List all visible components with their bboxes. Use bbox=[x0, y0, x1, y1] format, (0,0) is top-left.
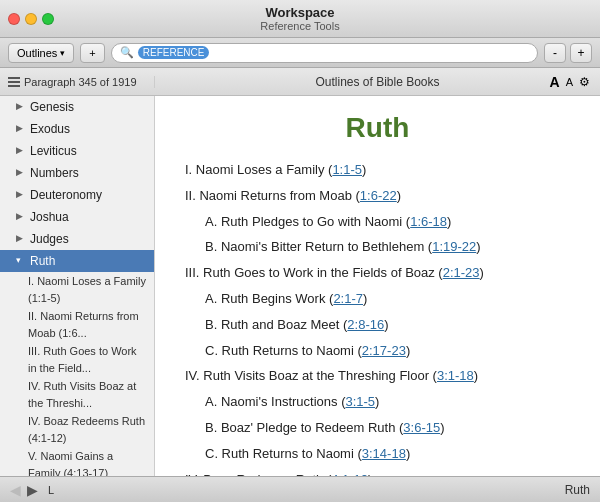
scripture-reference-link[interactable]: 2:1-7 bbox=[333, 291, 363, 306]
outline-item: C. Ruth Returns to Naomi (3:14-18) bbox=[205, 444, 570, 465]
sidebar: ▶Genesis▶Exodus▶Leviticus▶Numbers▶Deuter… bbox=[0, 96, 155, 476]
sidebar-subitem[interactable]: V. Naomi Gains a Family (4:13-17) bbox=[0, 447, 154, 476]
sidebar-item-judges[interactable]: ▶Judges bbox=[0, 228, 154, 250]
nav-label: L bbox=[48, 484, 54, 496]
titlebar: Workspace Reference Tools bbox=[0, 0, 600, 38]
outline-item: A. Ruth Pledges to Go with Naomi (1:6-18… bbox=[205, 212, 570, 233]
nav-back-button[interactable]: ◀ bbox=[10, 482, 21, 498]
traffic-lights bbox=[8, 13, 54, 25]
expand-arrow-icon: ▶ bbox=[16, 166, 26, 180]
outline-item: III. Ruth Goes to Work in the Fields of … bbox=[185, 263, 570, 284]
sidebar-item-label: Joshua bbox=[30, 208, 69, 226]
outline-item: B. Boaz' Pledge to Redeem Ruth (3:6-15) bbox=[205, 418, 570, 439]
sidebar-item-label: Judges bbox=[30, 230, 69, 248]
expand-arrow-icon: ▶ bbox=[16, 232, 26, 246]
section-header: Paragraph 345 of 1919 Outlines of Bible … bbox=[0, 68, 600, 96]
expand-arrow-icon: ▶ bbox=[16, 100, 26, 114]
outline-item: C. Ruth Returns to Naomi (2:17-23) bbox=[205, 341, 570, 362]
expand-arrow-icon: ▶ bbox=[16, 122, 26, 136]
minimize-button[interactable] bbox=[25, 13, 37, 25]
scripture-reference-link[interactable]: 2:8-16 bbox=[347, 317, 384, 332]
scripture-reference-link[interactable]: 1:6-18 bbox=[410, 214, 447, 229]
outline-item: A. Ruth Begins Work (2:1-7) bbox=[205, 289, 570, 310]
outline-item: IV. Boaz Redeems Ruth (4:1-12) bbox=[185, 470, 570, 476]
sidebar-subitem[interactable]: II. Naomi Returns from Moab (1:6... bbox=[0, 307, 154, 342]
outline-item: B. Ruth and Boaz Meet (2:8-16) bbox=[205, 315, 570, 336]
close-button[interactable] bbox=[8, 13, 20, 25]
hamburger-icon bbox=[8, 77, 20, 87]
book-title: Ruth bbox=[185, 112, 570, 144]
outline-item: II. Naomi Returns from Moab (1:6-22) bbox=[185, 186, 570, 207]
scripture-reference-link[interactable]: 2:1-23 bbox=[443, 265, 480, 280]
scripture-reference-link[interactable]: 3:14-18 bbox=[362, 446, 406, 461]
expand-arrow-icon: ▶ bbox=[16, 210, 26, 224]
bottom-left: ◀ ▶ L bbox=[10, 482, 54, 498]
expand-arrow-icon: ▾ bbox=[16, 254, 26, 268]
sidebar-item-numbers[interactable]: ▶Numbers bbox=[0, 162, 154, 184]
outline-item: I. Naomi Loses a Family (1:1-5) bbox=[185, 160, 570, 181]
sidebar-item-label: Genesis bbox=[30, 98, 74, 116]
scripture-reference-link[interactable]: 1:19-22 bbox=[432, 239, 476, 254]
sidebar-item-joshua[interactable]: ▶Joshua bbox=[0, 206, 154, 228]
sidebar-item-deuteronomy[interactable]: ▶Deuteronomy bbox=[0, 184, 154, 206]
sidebar-item-label: Numbers bbox=[30, 164, 79, 182]
scripture-reference-link[interactable]: 2:17-23 bbox=[362, 343, 406, 358]
font-small-button[interactable]: A bbox=[566, 76, 573, 88]
scripture-reference-link[interactable]: 1:6-22 bbox=[360, 188, 397, 203]
sidebar-item-label: Ruth bbox=[30, 252, 55, 270]
paragraph-count: Paragraph 345 of 1919 bbox=[24, 76, 137, 88]
sidebar-item-genesis[interactable]: ▶Genesis bbox=[0, 96, 154, 118]
window-title: Workspace bbox=[265, 5, 334, 20]
scripture-reference-link[interactable]: 4:1-12 bbox=[331, 472, 368, 476]
nav-forward-button[interactable]: ▶ bbox=[27, 482, 38, 498]
expand-arrow-icon: ▶ bbox=[16, 144, 26, 158]
font-large-button[interactable]: A bbox=[550, 74, 560, 90]
expand-arrow-icon: ▶ bbox=[16, 188, 26, 202]
content-area: Ruth I. Naomi Loses a Family (1:1-5)II. … bbox=[155, 96, 600, 476]
bottom-bar: ◀ ▶ L Ruth bbox=[0, 476, 600, 502]
outline-item: A. Naomi's Instructions (3:1-5) bbox=[205, 392, 570, 413]
section-header-left: Paragraph 345 of 1919 bbox=[0, 76, 155, 88]
sidebar-item-ruth[interactable]: ▾Ruth bbox=[0, 250, 154, 272]
section-header-center: Outlines of Bible Books A A ⚙ bbox=[155, 75, 600, 89]
settings-icon[interactable]: ⚙ bbox=[579, 75, 590, 89]
outlines-arrow-icon: ▾ bbox=[60, 48, 65, 58]
add-label: + bbox=[89, 47, 95, 59]
add-button[interactable]: + bbox=[80, 43, 104, 63]
outline-item: B. Naomi's Bitter Return to Bethlehem (1… bbox=[205, 237, 570, 258]
zoom-out-button[interactable]: - bbox=[544, 43, 566, 63]
outlines-button[interactable]: Outlines ▾ bbox=[8, 43, 74, 63]
main-area: ▶Genesis▶Exodus▶Leviticus▶Numbers▶Deuter… bbox=[0, 96, 600, 476]
sidebar-item-exodus[interactable]: ▶Exodus bbox=[0, 118, 154, 140]
outline-item: IV. Ruth Visits Boaz at the Threshing Fl… bbox=[185, 366, 570, 387]
window-subtitle: Reference Tools bbox=[260, 20, 339, 32]
toolbar-right: - + bbox=[544, 43, 592, 63]
search-input[interactable] bbox=[213, 47, 529, 59]
sidebar-item-leviticus[interactable]: ▶Leviticus bbox=[0, 140, 154, 162]
zoom-in-button[interactable]: + bbox=[570, 43, 592, 63]
scripture-reference-link[interactable]: 3:1-5 bbox=[345, 394, 375, 409]
sidebar-subitem[interactable]: III. Ruth Goes to Work in the Field... bbox=[0, 342, 154, 377]
sidebar-subitem[interactable]: I. Naomi Loses a Family (1:1-5) bbox=[0, 272, 154, 307]
search-tag: REFERENCE bbox=[138, 46, 210, 59]
search-icon: 🔍 bbox=[120, 46, 134, 59]
sidebar-item-label: Deuteronomy bbox=[30, 186, 102, 204]
bottom-right: Ruth bbox=[565, 483, 590, 497]
search-bar[interactable]: 🔍 REFERENCE bbox=[111, 43, 538, 63]
outlines-label: Outlines bbox=[17, 47, 57, 59]
toolbar: Outlines ▾ + 🔍 REFERENCE - + bbox=[0, 38, 600, 68]
sidebar-subitem[interactable]: IV. Boaz Redeems Ruth (4:1-12) bbox=[0, 412, 154, 447]
section-title: Outlines of Bible Books bbox=[315, 75, 439, 89]
sidebar-subitem[interactable]: IV. Ruth Visits Boaz at the Threshi... bbox=[0, 377, 154, 412]
scripture-reference-link[interactable]: 1:1-5 bbox=[332, 162, 362, 177]
maximize-button[interactable] bbox=[42, 13, 54, 25]
scripture-reference-link[interactable]: 3:6-15 bbox=[403, 420, 440, 435]
sidebar-item-label: Exodus bbox=[30, 120, 70, 138]
sidebar-item-label: Leviticus bbox=[30, 142, 77, 160]
book-label-bottom: Ruth bbox=[565, 483, 590, 497]
scripture-reference-link[interactable]: 3:1-18 bbox=[437, 368, 474, 383]
section-header-right-controls: A A ⚙ bbox=[550, 74, 590, 90]
